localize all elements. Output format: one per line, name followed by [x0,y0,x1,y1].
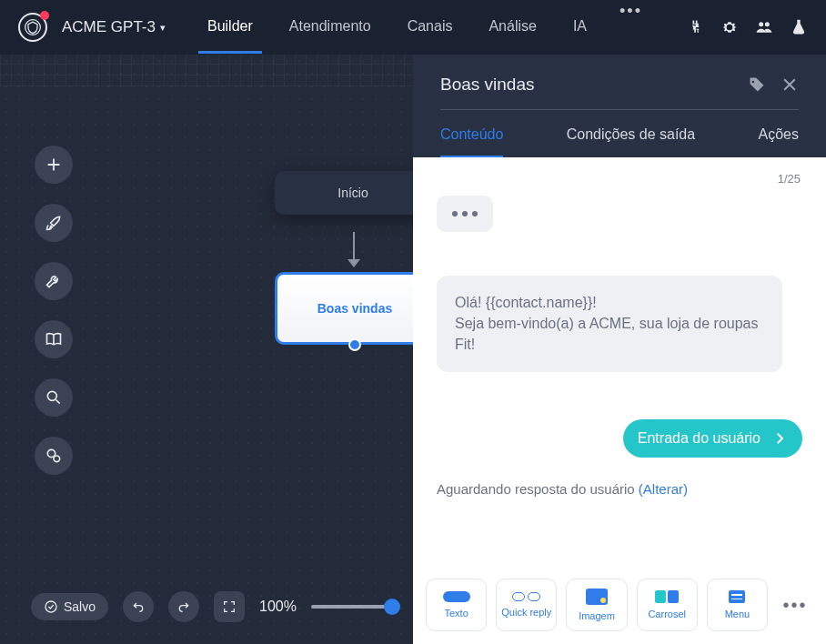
flow-edge [353,232,355,263]
content-type-toolbar: Texto Quick reply Imagem Carrosel Menu •… [413,568,826,644]
text-block-icon [443,591,470,602]
tool-card-label: Imagem [579,610,615,621]
tool-card-text[interactable]: Texto [426,579,487,631]
gear-icon[interactable] [720,18,739,36]
variables-button[interactable] [35,437,73,475]
nav-tab-builder[interactable]: Builder [198,2,262,54]
top-navbar: ACME GPT-3 ▾ Builder Atendimento Canais … [0,0,826,55]
undo-button[interactable] [123,591,154,622]
flow-node-welcome[interactable]: Boas vindas [275,272,435,345]
close-icon[interactable] [781,75,799,94]
tool-card-more[interactable]: ••• [777,579,813,631]
nav-tab-canais[interactable]: Canais [398,2,462,54]
tag-icon[interactable] [748,75,766,94]
search-button[interactable] [35,378,73,417]
panel-tab-conteudo[interactable]: Conteúdo [440,126,503,157]
svg-point-0 [47,391,56,400]
chevron-down-icon: ▾ [160,22,166,34]
svg-point-3 [45,601,56,612]
fit-view-button[interactable] [214,591,245,622]
flask-icon[interactable] [790,18,808,36]
tool-card-menu[interactable]: Menu [707,579,768,631]
panel-header: Boas vindas [413,55,826,110]
change-link[interactable]: (Alterar) [639,481,688,497]
nav-more-icon[interactable]: ••• [614,2,648,54]
notification-dot [40,11,49,20]
svg-point-2 [54,456,60,462]
panel-tabs: Conteúdo Condições de saída Ações [413,110,826,157]
redo-button[interactable] [168,591,199,622]
nav-tab-atendimento[interactable]: Atendimento [280,2,380,54]
node-welcome-label: Boas vindas [317,301,392,316]
zoom-slider[interactable] [311,605,393,609]
rocket-button[interactable] [35,204,73,242]
project-name-label: ACME GPT-3 [62,18,156,36]
nav-tab-ia[interactable]: IA [564,2,596,54]
tool-card-carousel[interactable]: Carrosel [637,579,698,631]
users-icon[interactable] [755,18,773,36]
block-counter: 1/25 [778,172,801,186]
user-input-block[interactable]: Entrada do usuário [623,419,802,458]
zoom-value: 100% [259,599,297,615]
wrench-button[interactable] [35,262,73,300]
quickreply-icon [512,592,540,601]
tool-card-image[interactable]: Imagem [566,579,627,631]
typing-indicator-block[interactable] [437,196,493,232]
waiting-text-label: Aguardando resposta do usuário [437,481,639,497]
top-right-actions [686,18,808,36]
panel-title[interactable]: Boas vindas [440,75,733,95]
node-start-label: Início [337,186,368,200]
check-circle-icon [44,599,58,614]
saved-label: Salvo [64,599,96,614]
user-input-label: Entrada do usuário [638,430,761,447]
zoom-slider-thumb[interactable] [384,599,400,615]
saved-indicator[interactable]: Salvo [31,593,108,620]
canvas-side-toolbar [35,146,73,475]
tool-card-label: Texto [444,608,468,619]
tool-card-label: Carrosel [648,609,686,619]
message-text: Olá! {{contact.name}}! Seja bem-vindo(a)… [455,295,759,352]
tool-card-label: Quick reply [501,607,551,618]
panel-tab-acoes[interactable]: Ações [759,126,799,157]
node-editor-panel: Boas vindas Conteúdo Condições de saída … [413,55,826,644]
nav-tabs: Builder Atendimento Canais Análise IA ••… [198,2,648,54]
app-logo-icon [24,18,42,36]
nav-tab-analise[interactable]: Análise [479,2,545,54]
logo-wrap [18,13,47,42]
image-block-icon [586,589,608,605]
project-selector[interactable]: ACME GPT-3 ▾ [62,18,166,36]
waiting-text: Aguardando resposta do usuário (Alterar) [437,458,802,497]
node-output-port[interactable] [348,338,361,351]
panel-body: 1/25 Olá! {{contact.name}}! Seja bem-vin… [413,157,826,568]
panel-tab-condicoes[interactable]: Condições de saída [567,126,695,157]
carousel-icon [655,590,679,603]
add-node-button[interactable] [35,146,73,184]
chevron-right-icon [771,430,788,447]
canvas-bottom-bar: Salvo 100% [31,591,393,622]
canvas-grid-strip [0,55,413,86]
text-message-block[interactable]: Olá! {{contact.name}}! Seja bem-vindo(a)… [437,276,782,372]
menu-block-icon [729,590,745,603]
flow-node-start[interactable]: Início [275,171,431,215]
flow-edge-arrow [348,259,360,267]
tool-card-label: Menu [725,609,750,619]
tool-card-quickreply[interactable]: Quick reply [496,579,557,631]
book-button[interactable] [35,320,73,358]
plugin-icon[interactable] [686,18,704,36]
